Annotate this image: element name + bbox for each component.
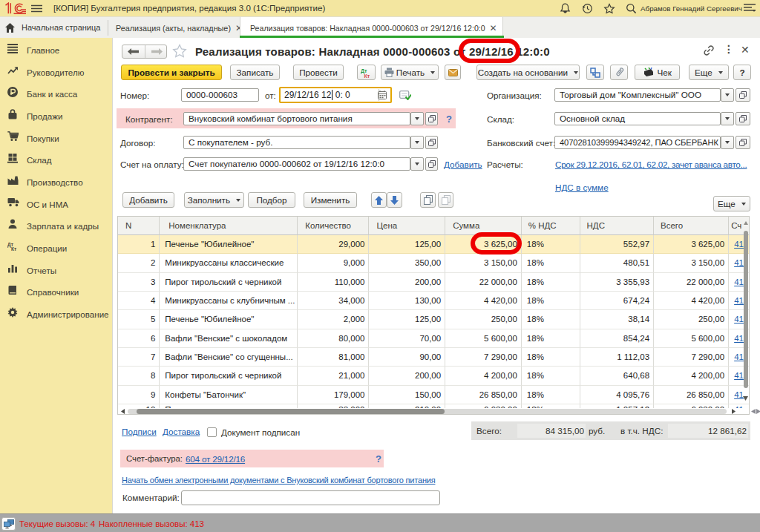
svg-text:Кт: Кт (11, 246, 16, 252)
svg-text:Кт: Кт (364, 73, 370, 79)
